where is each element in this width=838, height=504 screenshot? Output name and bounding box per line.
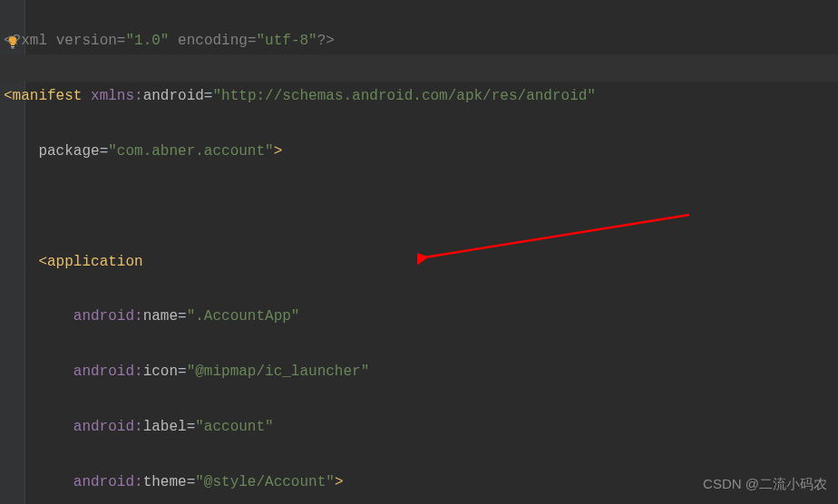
code-line[interactable]: android:label="account" [4, 413, 838, 441]
code-editor[interactable]: <?xml version="1.0" encoding="utf-8"?> <… [0, 0, 838, 504]
code-line[interactable]: <application [4, 248, 838, 276]
code-line[interactable] [4, 193, 838, 220]
code-line[interactable]: <manifest xmlns:android="http://schemas.… [4, 82, 838, 110]
code-line[interactable]: <?xml version="1.0" encoding="utf-8"?> [4, 27, 838, 54]
code-line[interactable]: android:theme="@style/Account"> [4, 469, 838, 496]
code-line[interactable]: package="com.abner.account"> [4, 138, 838, 165]
code-line[interactable]: android:name=".AccountApp" [4, 303, 838, 330]
code-line[interactable]: android:icon="@mipmap/ic_launcher" [4, 358, 838, 385]
